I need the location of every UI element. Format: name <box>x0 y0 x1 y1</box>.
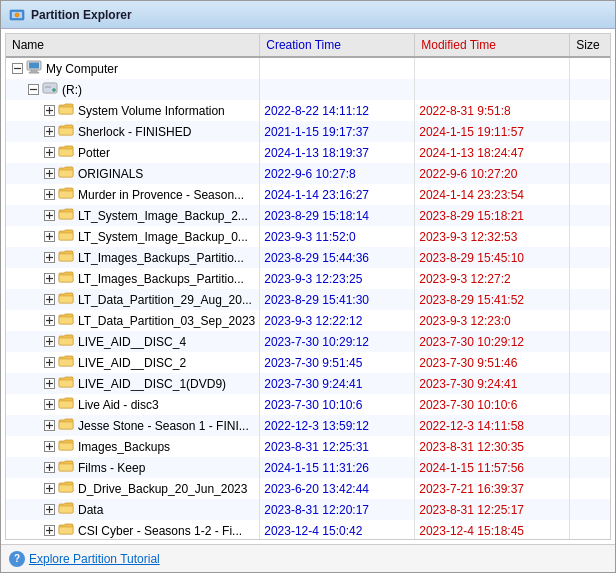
name-cell: LT_Data_Partition_03_Sep_2023 <box>6 310 260 331</box>
collapse-icon[interactable] <box>26 83 40 97</box>
modified-time <box>415 57 570 79</box>
folder-icon <box>58 270 74 287</box>
tutorial-link[interactable]: Explore Partition Tutorial <box>29 552 160 566</box>
creation-time: 2023-9-3 11:52:0 <box>260 226 415 247</box>
expand-icon[interactable] <box>42 293 56 307</box>
col-creation[interactable]: Creation Time <box>260 34 415 57</box>
table-row[interactable]: LIVE_AID__DISC_1(DVD9)2023-7-30 9:24:412… <box>6 373 611 394</box>
file-size <box>570 331 611 352</box>
file-tree[interactable]: Name Creation Time Modified Time Size My… <box>5 33 611 540</box>
expand-icon[interactable] <box>42 440 56 454</box>
expand-icon[interactable] <box>42 377 56 391</box>
expand-icon[interactable] <box>42 461 56 475</box>
name-cell: CSI Cyber - Seasons 1-2 - Fi... <box>6 520 260 540</box>
expand-icon[interactable] <box>42 272 56 286</box>
expand-icon[interactable] <box>42 146 56 160</box>
table-row[interactable]: Data2023-8-31 12:20:172023-8-31 12:25:17 <box>6 499 611 520</box>
table-row[interactable]: LT_Data_Partition_03_Sep_20232023-9-3 12… <box>6 310 611 331</box>
expand-icon[interactable] <box>42 125 56 139</box>
table-row[interactable]: LT_System_Image_Backup_2...2023-8-29 15:… <box>6 205 611 226</box>
creation-time: 2023-12-4 15:0:42 <box>260 520 415 540</box>
modified-time: 2022-8-31 9:51:8 <box>415 100 570 121</box>
expand-icon[interactable] <box>42 188 56 202</box>
table-row[interactable]: LIVE_AID__DISC_42023-7-30 10:29:122023-7… <box>6 331 611 352</box>
file-size <box>570 226 611 247</box>
expand-icon[interactable] <box>42 503 56 517</box>
modified-time: 2023-8-29 15:18:21 <box>415 205 570 226</box>
modified-time: 2022-12-3 14:11:58 <box>415 415 570 436</box>
col-size[interactable]: Size <box>570 34 611 57</box>
table-row[interactable]: System Volume Information2022-8-22 14:11… <box>6 100 611 121</box>
table-row[interactable]: (R:) <box>6 79 611 100</box>
creation-time: 2023-8-29 15:18:14 <box>260 205 415 226</box>
table-row[interactable]: Live Aid - disc32023-7-30 10:10:62023-7-… <box>6 394 611 415</box>
file-size <box>570 415 611 436</box>
table-row[interactable]: LT_System_Image_Backup_0...2023-9-3 11:5… <box>6 226 611 247</box>
folder-icon <box>58 438 74 455</box>
item-name: LT_Data_Partition_29_Aug_20... <box>78 293 252 307</box>
name-cell: D_Drive_Backup_20_Jun_2023 <box>6 478 260 499</box>
col-modified[interactable]: Modified Time <box>415 34 570 57</box>
partition-explorer-window: Partition Explorer Name Creation Time Mo… <box>0 0 616 573</box>
expand-icon[interactable] <box>42 524 56 538</box>
collapse-icon[interactable] <box>10 62 24 76</box>
file-size <box>570 520 611 540</box>
expand-icon[interactable] <box>42 335 56 349</box>
modified-time: 2023-9-3 12:27:2 <box>415 268 570 289</box>
modified-time: 2023-8-31 12:30:35 <box>415 436 570 457</box>
folder-icon <box>58 207 74 224</box>
table-row[interactable]: LIVE_AID__DISC_22023-7-30 9:51:452023-7-… <box>6 352 611 373</box>
table-row[interactable]: LT_Images_Backups_Partitio...2023-8-29 1… <box>6 247 611 268</box>
folder-icon <box>58 123 74 140</box>
svg-rect-14 <box>45 87 51 88</box>
creation-time: 2021-1-15 19:17:37 <box>260 121 415 142</box>
expand-icon[interactable] <box>42 251 56 265</box>
expand-icon[interactable] <box>42 398 56 412</box>
table-row[interactable]: Murder in Provence - Season...2024-1-14 … <box>6 184 611 205</box>
table-row[interactable]: My Computer <box>6 57 611 79</box>
item-name: LIVE_AID__DISC_2 <box>78 356 186 370</box>
file-size <box>570 205 611 226</box>
modified-time: 2024-1-15 11:57:56 <box>415 457 570 478</box>
table-row[interactable]: ORIGINALS2022-9-6 10:27:82022-9-6 10:27:… <box>6 163 611 184</box>
table-row[interactable]: LT_Images_Backups_Partitio...2023-9-3 12… <box>6 268 611 289</box>
folder-icon <box>58 501 74 518</box>
item-name: Films - Keep <box>78 461 145 475</box>
creation-time: 2022-9-6 10:27:8 <box>260 163 415 184</box>
name-cell: My Computer <box>6 57 260 79</box>
item-name: CSI Cyber - Seasons 1-2 - Fi... <box>78 524 242 538</box>
modified-time: 2023-7-30 9:24:41 <box>415 373 570 394</box>
expand-icon[interactable] <box>42 482 56 496</box>
creation-time <box>260 79 415 100</box>
svg-point-13 <box>53 89 56 92</box>
table-row[interactable]: Potter2024-1-13 18:19:372024-1-13 18:24:… <box>6 142 611 163</box>
creation-time: 2022-12-3 13:59:12 <box>260 415 415 436</box>
creation-time: 2023-8-31 12:20:17 <box>260 499 415 520</box>
modified-time <box>415 79 570 100</box>
window-title: Partition Explorer <box>31 8 132 22</box>
help-icon[interactable]: ? <box>9 551 25 567</box>
table-row[interactable]: LT_Data_Partition_29_Aug_20...2023-8-29 … <box>6 289 611 310</box>
table-row[interactable]: Sherlock - FINISHED2021-1-15 19:17:37202… <box>6 121 611 142</box>
expand-icon[interactable] <box>42 419 56 433</box>
folder-icon <box>58 522 74 539</box>
creation-time: 2023-8-29 15:41:30 <box>260 289 415 310</box>
name-cell: LIVE_AID__DISC_4 <box>6 331 260 352</box>
expand-icon[interactable] <box>42 356 56 370</box>
table-row[interactable]: CSI Cyber - Seasons 1-2 - Fi...2023-12-4… <box>6 520 611 540</box>
expand-icon[interactable] <box>42 104 56 118</box>
creation-time: 2023-8-31 12:25:31 <box>260 436 415 457</box>
folder-icon <box>58 228 74 245</box>
table-row[interactable]: Films - Keep2024-1-15 11:31:262024-1-15 … <box>6 457 611 478</box>
expand-icon[interactable] <box>42 209 56 223</box>
expand-icon[interactable] <box>42 167 56 181</box>
expand-icon[interactable] <box>42 314 56 328</box>
col-name[interactable]: Name <box>6 34 260 57</box>
item-name: Potter <box>78 146 110 160</box>
item-name: Sherlock - FINISHED <box>78 125 191 139</box>
table-row[interactable]: Images_Backups2023-8-31 12:25:312023-8-3… <box>6 436 611 457</box>
expand-icon[interactable] <box>42 230 56 244</box>
name-cell: (R:) <box>6 79 260 100</box>
table-row[interactable]: Jesse Stone - Season 1 - FINI...2022-12-… <box>6 415 611 436</box>
table-row[interactable]: D_Drive_Backup_20_Jun_20232023-6-20 13:4… <box>6 478 611 499</box>
